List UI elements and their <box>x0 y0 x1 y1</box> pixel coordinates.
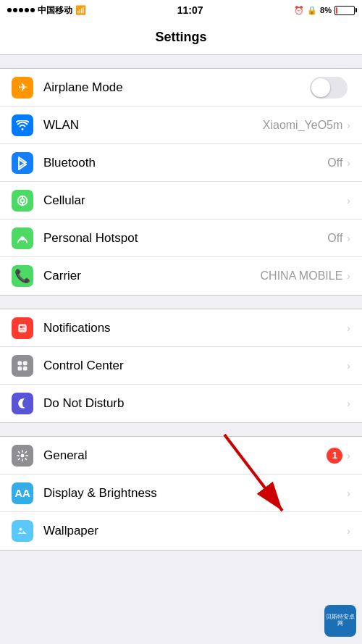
battery-icon <box>334 6 355 15</box>
signal-dot-4 <box>25 8 29 12</box>
svg-rect-6 <box>20 325 22 327</box>
airplane-icon: ✈ <box>12 77 33 99</box>
location-icon: 🔒 <box>307 6 317 15</box>
cellular-arrow: › <box>347 195 350 206</box>
carrier-row[interactable]: 📞 Carrier CHINA MOBILE › <box>0 257 362 295</box>
svg-rect-8 <box>22 327 25 327</box>
bluetooth-value: Off <box>327 156 342 170</box>
watermark-text: 贝斯特安卓网 <box>324 614 356 627</box>
control-center-row[interactable]: Control Center › <box>0 347 362 385</box>
carrier-icon: 📞 <box>12 265 33 287</box>
display-arrow: › <box>347 488 350 499</box>
bluetooth-icon <box>12 152 33 174</box>
wlan-arrow: › <box>347 120 350 131</box>
watermark: 贝斯特安卓网 <box>324 605 356 637</box>
signal-dot-1 <box>7 8 12 12</box>
control-center-label: Control Center <box>43 359 347 373</box>
wallpaper-svg <box>16 524 29 538</box>
dnd-row[interactable]: Do Not Disturb › <box>0 385 362 422</box>
wifi-status-icon: 📶 <box>75 5 86 15</box>
wlan-value: Xiaomi_YeO5m <box>263 119 343 132</box>
hotspot-label: Personal Hotspot <box>43 231 327 246</box>
notifications-svg <box>16 322 29 335</box>
status-time: 11:07 <box>177 4 203 16</box>
svg-point-1 <box>20 198 24 202</box>
dnd-label: Do Not Disturb <box>43 396 347 411</box>
display-row[interactable]: AA Display & Brightness › <box>0 474 362 512</box>
bluetooth-arrow: › <box>347 157 350 169</box>
general-row[interactable]: General 1 › <box>0 437 362 474</box>
airplane-symbol: ✈ <box>18 80 28 94</box>
wallpaper-row[interactable]: Wallpaper › <box>0 512 362 550</box>
cellular-svg <box>16 194 29 207</box>
svg-rect-9 <box>20 329 25 330</box>
notifications-row[interactable]: Notifications › <box>0 309 362 347</box>
dnd-arrow: › <box>347 398 350 409</box>
display-label: Display & Brightness <box>43 486 347 501</box>
wlan-label: WLAN <box>43 118 263 133</box>
airplane-toggle-knob <box>311 78 330 97</box>
notifications-arrow: › <box>347 322 350 334</box>
page-wrapper: 中国移动 📶 11:07 ⏰ 🔒 8% Settings ✈ Airplane … <box>0 0 362 644</box>
system-section: Notifications › Control Center › <box>0 309 362 423</box>
svg-rect-12 <box>17 366 22 370</box>
status-right: ⏰ 🔒 8% <box>294 6 355 15</box>
hotspot-value: Off <box>327 232 342 245</box>
carrier-arrow: › <box>347 270 350 282</box>
signal-dot-3 <box>19 8 23 12</box>
wifi-svg <box>16 120 29 130</box>
svg-rect-13 <box>23 366 28 370</box>
bluetooth-label: Bluetooth <box>43 156 327 170</box>
carrier-label: 中国移动 <box>38 4 72 17</box>
svg-rect-10 <box>17 361 22 365</box>
bluetooth-row[interactable]: Bluetooth Off › <box>0 144 362 182</box>
notifications-label: Notifications <box>43 321 347 335</box>
wallpaper-icon <box>12 520 33 542</box>
bluetooth-svg <box>17 156 28 170</box>
carrier-value: CHINA MOBILE <box>261 269 343 283</box>
connectivity-group: ✈ Airplane Mode WLAN Xia <box>0 68 362 296</box>
svg-point-14 <box>21 453 25 457</box>
display-symbol: AA <box>14 487 30 499</box>
wlan-row[interactable]: WLAN Xiaomi_YeO5m › <box>0 106 362 144</box>
preferences-section: General 1 › AA Display & Brightness › <box>0 436 362 551</box>
signal-dot-5 <box>30 8 35 12</box>
notifications-icon <box>12 317 33 339</box>
status-left: 中国移动 📶 <box>7 4 86 17</box>
system-group: Notifications › Control Center › <box>0 309 362 423</box>
alarm-icon: ⏰ <box>294 6 304 15</box>
svg-rect-5 <box>18 324 26 332</box>
connectivity-section: ✈ Airplane Mode WLAN Xia <box>0 68 362 296</box>
control-center-arrow: › <box>347 360 350 372</box>
preferences-group: General 1 › AA Display & Brightness › <box>0 436 362 551</box>
dnd-icon <box>12 393 33 414</box>
signal-dot-2 <box>13 8 17 12</box>
airplane-mode-row[interactable]: ✈ Airplane Mode <box>0 69 362 106</box>
general-svg <box>16 449 29 462</box>
signal-dots <box>7 8 35 12</box>
general-badge: 1 <box>327 448 342 464</box>
airplane-toggle[interactable] <box>310 77 348 99</box>
svg-rect-11 <box>23 361 28 365</box>
battery-fill <box>336 7 337 14</box>
wifi-row-icon <box>12 114 33 136</box>
hotspot-icon <box>12 227 33 249</box>
nav-header: Settings <box>0 20 362 55</box>
wallpaper-label: Wallpaper <box>43 524 347 538</box>
svg-point-15 <box>20 528 22 531</box>
general-label: General <box>43 448 327 463</box>
status-bar: 中国移动 📶 11:07 ⏰ 🔒 8% <box>0 0 362 20</box>
general-arrow: › <box>347 450 350 461</box>
svg-rect-7 <box>22 325 25 326</box>
page-title: Settings <box>155 30 206 45</box>
hotspot-arrow: › <box>347 233 350 244</box>
cellular-label: Cellular <box>43 193 342 208</box>
general-icon <box>12 445 33 467</box>
dnd-svg <box>16 397 29 410</box>
carrier-label-text: Carrier <box>43 269 261 283</box>
control-center-icon <box>12 355 33 377</box>
carrier-symbol: 📞 <box>14 268 30 284</box>
airplane-mode-label: Airplane Mode <box>43 80 310 95</box>
cellular-row[interactable]: Cellular › <box>0 182 362 219</box>
personal-hotspot-row[interactable]: Personal Hotspot Off › <box>0 219 362 257</box>
